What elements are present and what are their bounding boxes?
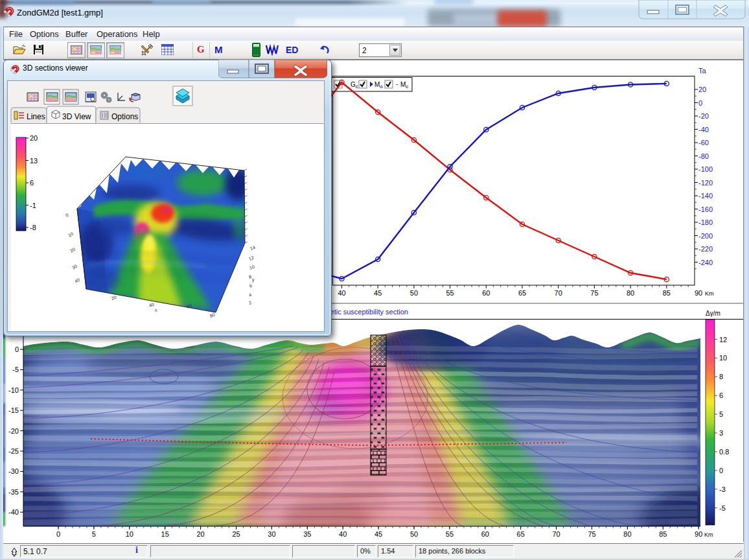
svg-text:45: 45 bbox=[374, 289, 382, 297]
svg-text:-5: -5 bbox=[719, 504, 726, 512]
svg-text:55: 55 bbox=[446, 289, 454, 297]
svg-text:5: 5 bbox=[719, 410, 723, 418]
svg-text:85: 85 bbox=[663, 289, 671, 297]
svg-text:0: 0 bbox=[56, 530, 60, 538]
svg-text:-40: -40 bbox=[8, 508, 19, 516]
svg-text:-8: -8 bbox=[30, 224, 36, 231]
svg-text:25: 25 bbox=[232, 530, 240, 538]
svg-text:0.8: 0.8 bbox=[719, 448, 729, 456]
svg-text:20: 20 bbox=[69, 247, 76, 253]
svg-text:Δγ/m: Δγ/m bbox=[706, 310, 720, 317]
svg-text:-15: -15 bbox=[8, 406, 19, 414]
svg-text:80: 80 bbox=[627, 289, 634, 297]
svg-text:70: 70 bbox=[555, 289, 562, 297]
svg-text:65: 65 bbox=[518, 289, 526, 297]
svg-text:0: 0 bbox=[719, 467, 723, 474]
svg-text:6: 6 bbox=[249, 283, 253, 288]
svg-text:5: 5 bbox=[92, 530, 96, 538]
svg-text:-80: -80 bbox=[698, 152, 709, 160]
svg-text:Options: Options bbox=[111, 112, 138, 121]
svg-text:y: y bbox=[252, 277, 255, 283]
svg-text:-20: -20 bbox=[698, 112, 709, 120]
svg-text:8: 8 bbox=[719, 373, 723, 380]
svg-text:0: 0 bbox=[698, 99, 702, 107]
svg-text:4: 4 bbox=[248, 292, 252, 298]
svg-text:40: 40 bbox=[338, 289, 345, 297]
svg-text:20: 20 bbox=[30, 134, 38, 142]
svg-text:12: 12 bbox=[248, 255, 255, 261]
svg-text:12: 12 bbox=[719, 336, 727, 344]
svg-text:40: 40 bbox=[148, 302, 155, 308]
svg-text:x: x bbox=[155, 308, 157, 312]
svg-text:-120: -120 bbox=[698, 179, 713, 187]
svg-text:80: 80 bbox=[623, 530, 631, 538]
svg-text:-3: -3 bbox=[719, 485, 726, 493]
svg-text:70: 70 bbox=[552, 530, 560, 538]
svg-text:60: 60 bbox=[481, 530, 489, 538]
svg-text:13: 13 bbox=[30, 157, 38, 165]
svg-text:50: 50 bbox=[410, 530, 418, 538]
svg-text:20: 20 bbox=[196, 530, 204, 538]
svg-text:2: 2 bbox=[248, 300, 252, 305]
svg-text:80: 80 bbox=[209, 312, 216, 318]
svg-text:-1: -1 bbox=[30, 202, 36, 209]
svg-text:14: 14 bbox=[249, 245, 256, 251]
svg-text:50: 50 bbox=[410, 289, 418, 297]
svg-text:30: 30 bbox=[268, 530, 275, 538]
svg-text:0: 0 bbox=[65, 213, 69, 218]
svg-text:6: 6 bbox=[30, 179, 34, 187]
svg-text:20: 20 bbox=[111, 295, 117, 301]
svg-text:3: 3 bbox=[719, 429, 723, 437]
svg-text:10: 10 bbox=[719, 354, 727, 362]
svg-text:15: 15 bbox=[161, 530, 169, 538]
svg-text:85: 85 bbox=[659, 530, 667, 538]
svg-text:0: 0 bbox=[15, 345, 19, 353]
svg-text:-220: -220 bbox=[698, 245, 713, 253]
svg-text:10: 10 bbox=[67, 231, 74, 238]
svg-text:-40: -40 bbox=[698, 126, 709, 134]
svg-text:75: 75 bbox=[590, 289, 598, 297]
svg-text:-35: -35 bbox=[8, 488, 19, 496]
svg-text:75: 75 bbox=[588, 530, 595, 538]
svg-text:Lines: Lines bbox=[27, 112, 45, 121]
svg-text:20: 20 bbox=[698, 86, 706, 93]
svg-text:-100: -100 bbox=[698, 165, 713, 173]
svg-text:3D View: 3D View bbox=[62, 112, 91, 121]
svg-text:35: 35 bbox=[303, 530, 311, 538]
svg-text:40: 40 bbox=[74, 277, 80, 284]
svg-text:-25: -25 bbox=[8, 447, 19, 455]
svg-text:-180: -180 bbox=[698, 218, 713, 226]
svg-text:40: 40 bbox=[339, 530, 347, 538]
svg-text:-20: -20 bbox=[8, 427, 19, 435]
svg-text:-60: -60 bbox=[698, 139, 709, 146]
svg-text:90: 90 bbox=[695, 530, 702, 538]
svg-text:-10: -10 bbox=[8, 386, 19, 394]
svg-text:90: 90 bbox=[695, 289, 702, 297]
svg-text:-30: -30 bbox=[8, 467, 19, 475]
svg-text:30: 30 bbox=[71, 264, 78, 270]
svg-text:Ta: Ta bbox=[698, 67, 707, 75]
svg-text:Km: Km bbox=[705, 290, 714, 297]
svg-text:45: 45 bbox=[374, 530, 382, 538]
svg-text:Km: Km bbox=[704, 531, 713, 538]
svg-text:-5: -5 bbox=[12, 366, 19, 373]
svg-text:-200: -200 bbox=[698, 232, 713, 240]
svg-text:-: - bbox=[396, 80, 398, 88]
svg-text:-240: -240 bbox=[698, 259, 713, 266]
svg-text:-140: -140 bbox=[698, 192, 713, 200]
svg-text:60: 60 bbox=[482, 289, 490, 297]
svg-text:10: 10 bbox=[126, 530, 133, 538]
svg-text:10: 10 bbox=[249, 264, 255, 270]
svg-text:6: 6 bbox=[719, 391, 723, 399]
svg-text:55: 55 bbox=[446, 530, 454, 538]
svg-text:-160: -160 bbox=[698, 205, 713, 213]
svg-text:65: 65 bbox=[517, 530, 525, 538]
